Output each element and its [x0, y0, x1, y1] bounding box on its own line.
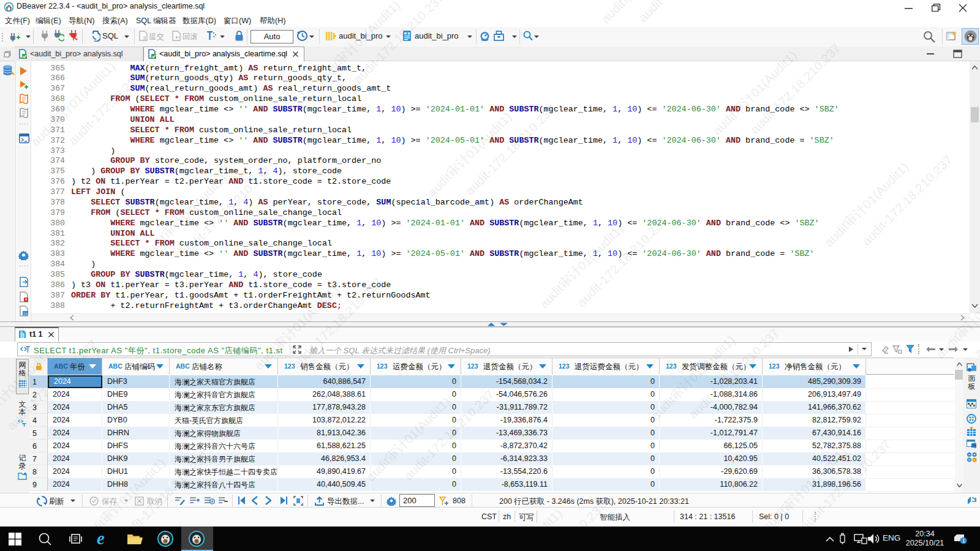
svg-text:1: 1 — [962, 538, 965, 544]
svg-text:(x): (x) — [23, 312, 29, 316]
